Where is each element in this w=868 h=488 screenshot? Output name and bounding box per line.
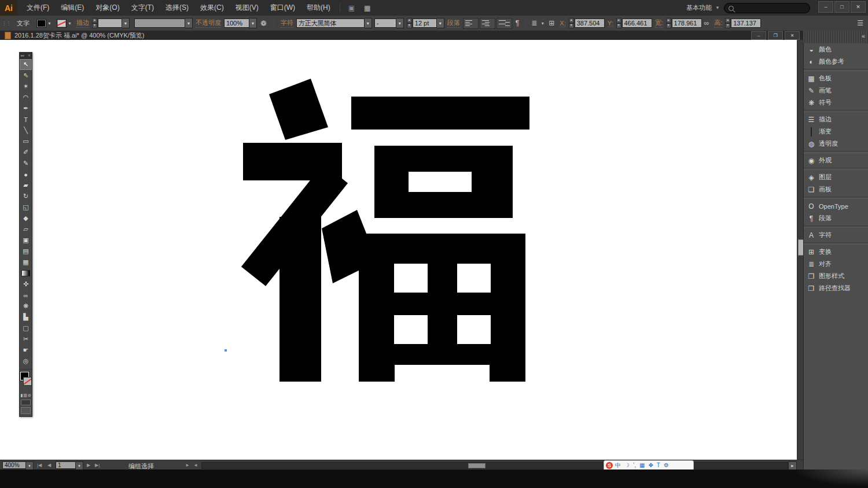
rectangle-tool[interactable]: ▭ bbox=[20, 136, 32, 147]
fullwidth-moon-button[interactable]: ☽ bbox=[624, 461, 630, 469]
y-field[interactable]: 466.461 bbox=[622, 19, 652, 28]
scale-tool[interactable]: ◱ bbox=[20, 202, 32, 213]
dock-panel-色板[interactable]: ▦色板 bbox=[804, 72, 868, 84]
lasso-tool[interactable]: ◠ bbox=[20, 92, 32, 103]
height-field[interactable]: 137.137 bbox=[731, 19, 761, 28]
y-label[interactable]: Y: bbox=[608, 20, 613, 27]
height-stepper[interactable]: ▲▼ bbox=[725, 18, 730, 28]
doc-maximize-button[interactable]: ❐ bbox=[768, 31, 783, 40]
width-stepper[interactable]: ▲▼ bbox=[666, 18, 671, 28]
chevron-down-icon[interactable]: ▼ bbox=[185, 18, 193, 28]
opacity-panel-link[interactable]: 不透明度 bbox=[196, 19, 221, 28]
menu-item-帮助H[interactable]: 帮助(H) bbox=[301, 0, 336, 16]
dock-panel-图形样式[interactable]: ❐图形样式 bbox=[804, 270, 868, 282]
artboard-number-field[interactable]: 1 bbox=[56, 461, 76, 469]
mesh-tool[interactable]: ▦ bbox=[20, 257, 32, 268]
arrange-documents-icon[interactable]: ▦ bbox=[364, 4, 370, 12]
font-style-select[interactable]: - bbox=[374, 19, 396, 28]
soft-keyboard-button[interactable]: ▦ bbox=[639, 461, 645, 469]
pen-tool[interactable]: ✒ bbox=[20, 103, 32, 114]
align-right-button[interactable] bbox=[496, 18, 512, 29]
dock-panel-描边[interactable]: ☰描边 bbox=[804, 113, 868, 125]
menu-item-选择S[interactable]: 选择(S) bbox=[160, 0, 194, 16]
x-label[interactable]: X: bbox=[560, 20, 565, 27]
shape-builder-tool[interactable]: ▣ bbox=[20, 235, 32, 246]
magic-wand-tool[interactable]: ✶ bbox=[20, 81, 32, 92]
dock-panel-渐变[interactable]: 渐变 bbox=[804, 125, 868, 138]
minimize-button[interactable]: – bbox=[818, 1, 833, 13]
sogou-logo-icon[interactable]: S bbox=[606, 462, 613, 469]
dock-panel-路径查找器[interactable]: ❒路径查找器 bbox=[804, 282, 868, 294]
gradient-tool[interactable] bbox=[20, 268, 32, 279]
next-artboard-button[interactable]: ▶ bbox=[87, 463, 90, 468]
eyedropper-tool[interactable]: ✜ bbox=[20, 279, 32, 290]
slice-tool[interactable]: ✂ bbox=[20, 334, 32, 345]
tools-panel-header[interactable]: ▸▸ ✕ bbox=[20, 53, 32, 59]
x-stepper[interactable]: ▲▼ bbox=[569, 18, 574, 28]
pencil-tool[interactable]: ✎ bbox=[20, 158, 32, 169]
paragraph-icon[interactable]: ¶ bbox=[516, 19, 519, 27]
menu-item-文件F[interactable]: 文件(F) bbox=[21, 0, 55, 16]
stroke-none-swatch[interactable] bbox=[23, 377, 32, 386]
variable-width-profile-select[interactable] bbox=[134, 19, 185, 28]
horizontal-scrollbar[interactable] bbox=[201, 462, 788, 469]
artboard-tool[interactable]: ▢ bbox=[20, 323, 32, 334]
dock-panel-字符[interactable]: A字符 bbox=[804, 229, 868, 241]
stroke-panel-link[interactable]: 描边 bbox=[76, 19, 89, 28]
chevron-down-icon[interactable]: ▼ bbox=[122, 18, 130, 28]
none-button[interactable]: ⊘ bbox=[28, 393, 31, 398]
stroke-color-swatch[interactable] bbox=[57, 19, 67, 28]
menu-item-视图V[interactable]: 视图(V) bbox=[230, 0, 264, 16]
blend-tool[interactable]: ∞ bbox=[20, 290, 32, 301]
paragraph-panel-link[interactable]: 段落 bbox=[447, 19, 460, 28]
direct-selection-tool[interactable]: ⇖ bbox=[20, 70, 32, 81]
width-tool[interactable]: ◆ bbox=[20, 213, 32, 224]
horizontal-scrollbar-thumb[interactable] bbox=[468, 463, 486, 468]
last-artboard-button[interactable]: ▶| bbox=[95, 463, 100, 468]
chevron-down-icon[interactable]: ▼ bbox=[47, 21, 52, 25]
scroll-right-arrow-icon[interactable]: ► bbox=[788, 461, 797, 470]
symbol-sprayer-tool[interactable]: ❋ bbox=[20, 301, 32, 312]
zoom-dropdown-icon[interactable]: ▼ bbox=[25, 461, 34, 470]
menu-item-对象O[interactable]: 对象(O) bbox=[90, 0, 125, 16]
dock-panel-颜色参考[interactable]: ◐颜色参考 bbox=[804, 56, 868, 68]
close-icon[interactable]: ✕ bbox=[28, 53, 31, 58]
clipboard-hand-button[interactable]: ✥ bbox=[648, 461, 653, 469]
perspective-grid-tool[interactable]: ▤ bbox=[20, 246, 32, 257]
dock-panel-段落[interactable]: ¶段落 bbox=[804, 212, 868, 224]
width-field[interactable]: 178.961 bbox=[672, 19, 702, 28]
link-dimensions-icon[interactable]: ∞ bbox=[704, 19, 709, 27]
dock-header[interactable]: « bbox=[803, 31, 868, 44]
x-field[interactable]: 387.504 bbox=[575, 19, 605, 28]
stroke-weight-field[interactable] bbox=[98, 19, 122, 28]
align-center-button[interactable] bbox=[480, 18, 495, 29]
dock-panel-图层[interactable]: ◈图层 bbox=[804, 171, 868, 183]
y-stepper[interactable]: ▲▼ bbox=[616, 18, 621, 28]
chevron-down-icon[interactable]: ▼ bbox=[437, 18, 444, 28]
menu-item-文字T[interactable]: 文字(T) bbox=[126, 0, 160, 16]
bridge-icon[interactable]: ▣ bbox=[348, 4, 355, 12]
transform-grid-icon[interactable]: ⊞ bbox=[549, 19, 554, 27]
skin-tshirt-button[interactable]: T bbox=[657, 461, 660, 469]
recolor-artwork-icon[interactable]: ❁ bbox=[260, 19, 267, 28]
scroll-left-arrow-icon[interactable]: ◄ bbox=[193, 463, 198, 468]
selection-tool[interactable]: ↖ bbox=[20, 59, 32, 70]
font-size-stepper[interactable]: ▲▼ bbox=[407, 18, 412, 28]
align-left-button[interactable] bbox=[463, 18, 479, 29]
zoom-tool[interactable]: ◎ bbox=[20, 356, 32, 367]
panel-grip-icon[interactable]: ⋮⋮ bbox=[2, 20, 11, 26]
screen-mode-button[interactable] bbox=[21, 407, 31, 414]
punctuation-button[interactable]: ’, bbox=[633, 461, 636, 469]
dock-collapse-icon[interactable]: « bbox=[862, 32, 865, 39]
menu-item-编辑E[interactable]: 编辑(E) bbox=[55, 0, 90, 16]
opacity-field[interactable]: 100% bbox=[224, 19, 249, 28]
free-transform-tool[interactable]: ▱ bbox=[20, 224, 32, 235]
dock-panel-对齐[interactable]: ≣对齐 bbox=[804, 258, 868, 270]
chinese-mode-button[interactable]: 中 bbox=[615, 461, 621, 469]
workspace-switcher[interactable]: 基本功能 ▼ bbox=[686, 0, 720, 16]
dock-panel-外观[interactable]: ◉外观 bbox=[804, 154, 868, 167]
dock-panel-画笔[interactable]: ✎画笔 bbox=[804, 84, 868, 97]
width-label[interactable]: 宽: bbox=[655, 19, 663, 28]
artboard-dropdown-icon[interactable]: ▼ bbox=[75, 461, 83, 470]
menu-item-窗口W[interactable]: 窗口(W) bbox=[264, 0, 301, 16]
